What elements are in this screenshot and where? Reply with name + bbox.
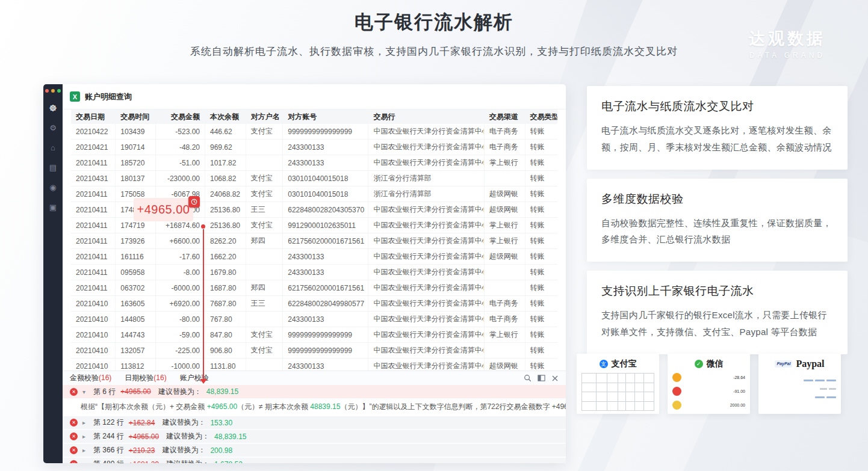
minimize-dot-icon[interactable] xyxy=(51,89,55,93)
table-cell: 郑四 xyxy=(246,280,283,295)
mini-table-cell xyxy=(644,374,654,383)
table-row[interactable]: 20210421190714-48.20969.62243300133中国农业银… xyxy=(71,140,557,155)
chevron-right-icon[interactable]: ▸ xyxy=(82,461,88,463)
merchant-icon xyxy=(672,401,681,410)
table-cell: 转账 xyxy=(525,124,557,139)
panel-layout-icon[interactable] xyxy=(538,374,545,382)
validation-tab-1[interactable]: 日期校验(16) xyxy=(125,373,166,383)
table-cell: 1662.20 xyxy=(205,249,246,264)
validation-row[interactable]: ✕▸第 480 行+1681.29建议替换为：1,678.52 xyxy=(63,458,566,463)
error-highlight[interactable]: +4965.00 xyxy=(134,198,193,221)
mini-table-cell xyxy=(607,383,618,393)
validation-row[interactable]: ✕▾第 6 行+4965.00建议替换为：48,839.15 xyxy=(63,385,566,398)
app-window: ☸⚙⌂▤◉▣ X 账户明细查询 交易日期交易时间交易金额本次余额对方户名对方账号… xyxy=(43,84,566,463)
table-cell: 030101040015018 xyxy=(283,186,368,202)
error-icon: ✕ xyxy=(70,460,78,463)
table-row[interactable]: 20210411095958-8.001679.80243300133中国农业银… xyxy=(71,265,557,280)
feature-title: 支持识别上千家银行电子流水 xyxy=(601,283,833,299)
table-cell: 163605 xyxy=(116,296,155,311)
table-cell: -523.00 xyxy=(156,124,205,139)
old-value: +210.23 xyxy=(129,446,155,455)
table-cell: 掌上银行 xyxy=(485,327,525,342)
column-header[interactable]: 交易行 xyxy=(368,109,484,124)
wechat-transaction: -28.64 xyxy=(672,373,745,382)
detail-amount: 48839.15 xyxy=(310,402,340,411)
table-row[interactable]: 20210410144743-59.00847.80支付宝99999999999… xyxy=(71,327,557,343)
table-row[interactable]: 20210422103439-523.00446.62支付宝9999999999… xyxy=(71,124,557,140)
chevron-right-icon[interactable]: ▸ xyxy=(82,433,88,440)
column-header[interactable]: 交易时间 xyxy=(116,109,155,124)
window-sidebar: ☸⚙⌂▤◉▣ xyxy=(43,84,63,463)
table-row[interactable]: 20210431180137-23000.001068.82支付宝0301010… xyxy=(71,171,557,186)
table-row[interactable]: 20210410163605+6920.007687.80王三622848002… xyxy=(71,296,557,312)
image-icon[interactable]: ▤ xyxy=(48,163,58,173)
table-cell: 446.62 xyxy=(205,124,246,139)
chevron-right-icon[interactable]: ▸ xyxy=(82,419,88,426)
table-cell: 132057 xyxy=(116,343,155,358)
table-cell: 转账 xyxy=(525,312,557,327)
table-cell: 1687.80 xyxy=(205,280,246,295)
table-row[interactable]: 20210411063702-6000.001687.80郑四621756020… xyxy=(71,280,557,296)
table-cell: 243300133 xyxy=(283,359,368,371)
mini-table-cell xyxy=(635,402,644,411)
column-header[interactable]: 本次余额 xyxy=(205,109,246,124)
column-header[interactable]: 对方账号 xyxy=(283,109,368,124)
table-cell: 超级网银 xyxy=(485,249,525,264)
gear-icon[interactable]: ⚙ xyxy=(48,123,58,133)
column-header[interactable]: 对方户名 xyxy=(246,109,283,124)
table-cell: 25136.80 xyxy=(205,218,246,233)
table-row[interactable]: 20210410144805-80.00767.80243300133中国农业银… xyxy=(71,312,557,327)
table-cell: 中国农业银行天津分行资金清算中心 xyxy=(368,312,484,327)
briefcase-icon[interactable]: ⌂ xyxy=(48,143,58,153)
mini-table-cell xyxy=(597,374,607,383)
clock-badge-icon[interactable] xyxy=(188,196,200,208)
validation-row[interactable]: ✕▸第 366 行+210.23建议替换为：200.98 xyxy=(63,444,566,457)
validation-tab-0[interactable]: 金额校验(16) xyxy=(70,373,111,383)
helm-icon[interactable]: ☸ xyxy=(48,103,58,113)
column-header[interactable]: 交易类型 xyxy=(525,109,557,124)
feature-card-cross-check: 电子流水与纸质流水交叉比对 电子流水与纸质流水交叉逐条比对，逐笔核对发生额、余额… xyxy=(587,86,848,170)
table-cell: 中国农业银行天津分行资金清算中心 xyxy=(368,233,484,248)
table-row[interactable]: 20210411185720-51.001017.82243300133中国农业… xyxy=(71,155,557,171)
table-cell: 20210422 xyxy=(71,124,116,139)
maximize-dot-icon[interactable] xyxy=(57,89,61,93)
table-row[interactable]: 20210411161116-17.601662.20243300133中国农业… xyxy=(71,249,557,265)
table-cell: 1679.80 xyxy=(205,265,246,280)
table-row[interactable]: 20210411173926+6600.008262.20郑四621756020… xyxy=(71,233,557,249)
table-cell: 20210411 xyxy=(71,233,116,248)
table-row[interactable]: 20210410132057-225.00906.80支付宝9999999999… xyxy=(71,343,557,359)
table-cell: 185720 xyxy=(116,155,155,170)
table-cell: 转账 xyxy=(525,327,557,342)
tab-label: 金额校验 xyxy=(70,374,99,382)
archive-icon[interactable]: ▣ xyxy=(48,203,58,212)
table-cell: 转账 xyxy=(525,280,557,295)
suggested-value: 153.30 xyxy=(210,419,232,427)
table-cell: 掌上银行 xyxy=(485,155,525,170)
close-dot-icon[interactable] xyxy=(45,89,49,93)
table-cell: 中国农业银行天津分行资金清算中心 xyxy=(368,140,484,155)
search-icon[interactable] xyxy=(524,374,532,382)
table-cell: -1000.00 xyxy=(156,359,205,371)
chevron-right-icon[interactable]: ▸ xyxy=(82,447,88,454)
table-cell: 144743 xyxy=(116,327,155,342)
wechat-transaction: -91.00 xyxy=(672,387,745,396)
column-header[interactable]: 交易渠道 xyxy=(485,109,525,124)
table-row[interactable]: 20210410113812-1000.001131.80243300133中国… xyxy=(71,359,557,371)
table-cell: 中国农业银行天津分行资金清算中心 xyxy=(368,359,484,371)
validation-row[interactable]: ✕▸第 244 行+4965.00建议替换为：48,839.15 xyxy=(63,430,566,443)
table-cell: 190714 xyxy=(116,140,155,155)
table-cell: 063702 xyxy=(116,280,155,295)
suggest-label: 建议替换为： xyxy=(162,417,205,428)
column-header[interactable]: 交易金额 xyxy=(156,109,205,124)
chevron-down-icon[interactable]: ▾ xyxy=(82,389,88,395)
column-header[interactable]: 交易日期 xyxy=(71,109,116,124)
feature-title: 电子流水与纸质流水交叉比对 xyxy=(601,99,833,114)
close-icon[interactable] xyxy=(551,375,559,382)
coin-icon[interactable]: ◉ xyxy=(48,183,58,192)
table-cell: 20210411 xyxy=(71,249,116,264)
table-cell: 转账 xyxy=(525,233,557,248)
table-cell: 中国农业银行天津分行资金清算中心 xyxy=(368,280,484,295)
validation-row[interactable]: ✕▸第 122 行+162.84建议替换为：153.30 xyxy=(63,416,566,429)
table-cell: 095958 xyxy=(116,265,155,280)
table-cell: 支付宝 xyxy=(246,186,283,202)
